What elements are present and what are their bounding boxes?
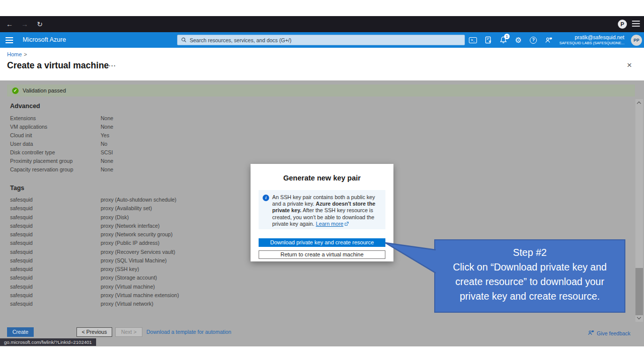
return-to-create-vm-button[interactable]: Return to create a virtual machine	[259, 250, 385, 259]
validation-text: Validation passed	[23, 87, 66, 94]
scroll-up-icon[interactable]	[637, 102, 641, 106]
create-button[interactable]: Create	[7, 327, 34, 337]
download-private-key-button[interactable]: Download private key and create resource	[259, 238, 385, 247]
tag-row: safesquidproxy (Network security group)	[10, 231, 173, 237]
scroll-down-icon[interactable]	[637, 315, 641, 319]
avatar[interactable]: PP	[631, 35, 642, 46]
help-icon[interactable]: ?	[529, 36, 538, 44]
previous-button[interactable]: < Previous	[76, 327, 112, 337]
callout-instruction: Click on “Download private key and creat…	[435, 260, 624, 304]
tag-row: safesquidproxy (Availability set)	[10, 205, 152, 211]
dialog-title: Generate new key pair	[251, 174, 393, 182]
tag-row: safesquidproxy (Virtual network)	[10, 301, 153, 307]
ssh-info-text: An SSH key pair contains both a public k…	[272, 194, 381, 229]
detail-row: ExtensionsNone	[10, 115, 113, 121]
ssh-info-box: i An SSH key pair contains both a public…	[259, 190, 385, 229]
learn-more-link[interactable]: Learn more	[316, 221, 344, 227]
cloud-shell-icon[interactable]: >_	[469, 36, 477, 44]
browser-menu-icon[interactable]	[632, 21, 640, 27]
account-email: pratik@safesquid.net	[559, 34, 624, 41]
account-tenant: SAFESQUID LABS (SAFESQUIDNE...	[559, 41, 624, 45]
check-icon: ✓	[12, 87, 19, 94]
notifications-bell-icon[interactable]: 1	[499, 36, 508, 44]
download-template-link[interactable]: Download a template for automation	[146, 329, 231, 335]
validation-banner: ✓ Validation passed	[7, 84, 635, 97]
tags-heading: Tags	[10, 185, 24, 192]
scrollbar-thumb[interactable]	[635, 268, 643, 315]
forward-icon[interactable]: →	[19, 16, 30, 32]
page-title: Create a virtual machine	[7, 60, 109, 71]
detail-row: Cloud initYes	[10, 132, 109, 138]
title-overflow-icon[interactable]: ···	[109, 62, 116, 69]
tag-row: safesquidproxy (Auto-shutdown schedule)	[10, 197, 177, 203]
screen: ← → ↻ https://portal.azure.com/#create/M…	[0, 0, 644, 362]
feedback-icon[interactable]	[544, 36, 553, 44]
portal-search[interactable]	[177, 35, 465, 45]
give-feedback-link[interactable]: Give feedback	[588, 329, 630, 337]
tag-row: safesquidproxy (SQL Virtual Machine)	[10, 257, 167, 263]
vertical-scrollbar[interactable]	[635, 99, 643, 322]
directory-filter-icon[interactable]	[484, 36, 493, 44]
browser-toolbar: ← → ↻ https://portal.azure.com/#create/M…	[0, 16, 644, 32]
notification-badge: 1	[504, 34, 510, 39]
azure-brand[interactable]: Microsoft Azure	[23, 36, 66, 43]
tag-row: safesquidproxy (Virtual machine extensio…	[10, 292, 179, 298]
tag-row: safesquidproxy (Network interface)	[10, 223, 159, 229]
status-bar-url: go.microsoft.com/fwlink/?LinkId=2102401	[0, 338, 96, 346]
browser-profile-icon[interactable]: P	[618, 20, 627, 29]
breadcrumb[interactable]: Home>	[7, 51, 27, 57]
info-icon: i	[263, 195, 269, 201]
search-icon	[181, 36, 187, 45]
breadcrumb-chevron: >	[24, 51, 27, 57]
detail-row: User dataNo	[10, 141, 107, 147]
next-button[interactable]: Next >	[115, 327, 142, 337]
tag-row: safesquidproxy (Virtual machine)	[10, 284, 155, 290]
tag-row: safesquidproxy (Public IP address)	[10, 240, 159, 246]
callout-arrow	[382, 236, 438, 282]
step2-callout: Step #2 Click on “Download private key a…	[434, 239, 625, 313]
feedback-person-icon	[588, 329, 594, 337]
generate-key-pair-dialog: Generate new key pair i An SSH key pair …	[251, 164, 393, 261]
callout-step-label: Step #2	[435, 245, 624, 260]
portal-menu-icon[interactable]	[6, 37, 13, 43]
detail-row: Proximity placement groupNone	[10, 158, 113, 164]
refresh-icon[interactable]: ↻	[34, 16, 45, 32]
search-input[interactable]	[190, 37, 461, 43]
settings-gear-icon[interactable]: ⚙	[514, 36, 523, 44]
tag-row: safesquidproxy (Storage account)	[10, 275, 157, 281]
tag-row: safesquidproxy (Disk)	[10, 214, 129, 220]
detail-row: VM applicationsNone	[10, 124, 113, 130]
tag-row: safesquidproxy (Recovery Services vault)	[10, 249, 175, 255]
advanced-heading: Advanced	[10, 103, 40, 110]
tag-row: safesquidproxy (SSH key)	[10, 266, 139, 272]
back-icon[interactable]: ←	[4, 16, 15, 32]
detail-row: Capacity reservation groupNone	[10, 166, 113, 172]
detail-row: Disk controller typeSCSI	[10, 149, 113, 155]
external-link-icon	[345, 221, 349, 227]
close-icon[interactable]: ×	[627, 60, 632, 70]
account-info[interactable]: pratik@safesquid.net SAFESQUID LABS (SAF…	[559, 34, 624, 46]
